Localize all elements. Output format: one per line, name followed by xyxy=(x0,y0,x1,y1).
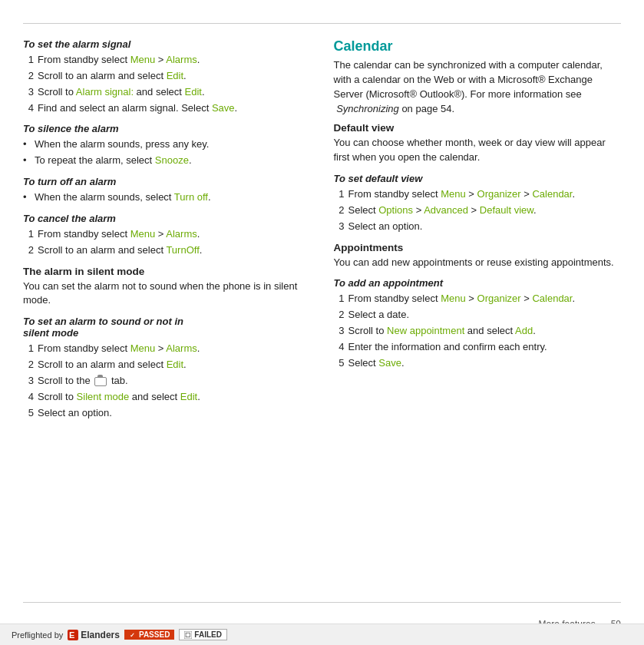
list-item: 2Scroll to an alarm and select Edit. xyxy=(23,69,311,84)
list-item: 4Scroll to Silent mode and select Edit. xyxy=(23,390,311,405)
section-title-silence: To silence the alarm xyxy=(23,123,311,134)
section-add-appointment: To add an appointment 1From standby sele… xyxy=(334,277,622,370)
svg-text:☐: ☐ xyxy=(185,632,190,639)
section-title-cancel: To cancel the alarm xyxy=(23,213,311,224)
section-silence-alarm: To silence the alarm •When the alarm sou… xyxy=(23,123,311,168)
bottom-border xyxy=(23,602,621,603)
list-item: 1From standby select Menu > Organizer > … xyxy=(334,292,622,306)
list-item: •When the alarm sounds, press any key. xyxy=(23,137,311,152)
list-silence: •When the alarm sounds, press any key. •… xyxy=(23,137,311,168)
list-add-appointment: 1From standby select Menu > Organizer > … xyxy=(334,292,622,370)
list-item: 1From standby select Menu > Alarms. xyxy=(23,227,311,242)
default-view-para: You can choose whether month, week or da… xyxy=(334,136,622,165)
svg-text:✓: ✓ xyxy=(130,632,135,639)
list-item: 3Scroll to Alarm signal: and select Edit… xyxy=(23,85,311,100)
list-set-alarm: 1From standby select Menu > Alarms. 2Scr… xyxy=(23,53,311,115)
section-title-set-alarm: To set the alarm signal xyxy=(23,38,311,50)
section-silent-mode-heading: The alarm in silent mode You can set the… xyxy=(23,266,311,309)
list-item: 2Select Options > Advanced > Default vie… xyxy=(334,203,622,218)
list-set-silent: 1From standby select Menu > Alarms. 2Scr… xyxy=(23,342,311,420)
list-item: 4Enter the information and confirm each … xyxy=(334,340,622,355)
svg-text:E: E xyxy=(69,630,74,640)
section-title-set-silent: To set an alarm to sound or not insilent… xyxy=(23,316,311,339)
list-item: 1From standby select Menu > Alarms. xyxy=(23,342,311,356)
content-area: To set the alarm signal 1From standby se… xyxy=(23,31,621,599)
failed-icon: ☐ xyxy=(184,631,192,639)
section-title-turn-off: To turn off an alarm xyxy=(23,176,311,187)
section-title-appointments: Appointments xyxy=(334,242,622,253)
list-item: 3Select an option. xyxy=(334,220,622,234)
section-turn-off: To turn off an alarm •When the alarm sou… xyxy=(23,176,311,205)
list-item: 5Select an option. xyxy=(23,406,311,421)
elanders-brand: Elanders xyxy=(81,630,120,640)
section-title-add-appt: To add an appointment xyxy=(334,277,622,289)
passed-badge: ✓ PASSED xyxy=(124,630,174,640)
list-item: 4Find and select an alarm signal. Select… xyxy=(23,101,311,116)
preflighted-label: Preflighted by xyxy=(12,630,63,640)
list-item: 3Scroll to the tab. xyxy=(23,374,311,389)
list-item: 2Scroll to an alarm and select Edit. xyxy=(23,358,311,372)
section-set-alarm-signal: To set the alarm signal 1From standby se… xyxy=(23,38,311,115)
elanders-logo-icon: E Elanders xyxy=(68,630,120,640)
list-item: 3Scroll to New appointment and select Ad… xyxy=(334,324,622,339)
tab-icon xyxy=(94,377,107,386)
list-item: 1From standby select Menu > Alarms. xyxy=(23,53,311,68)
section-cancel-alarm: To cancel the alarm 1From standby select… xyxy=(23,213,311,258)
calendar-intro: The calendar can be synchronized with a … xyxy=(334,58,622,116)
list-item: 2Scroll to an alarm and select TurnOff. xyxy=(23,243,311,258)
section-title-set-default: To set default view xyxy=(334,173,622,184)
silent-mode-para: You can set the alarm not to sound when … xyxy=(23,280,311,309)
right-column: Calendar The calendar can be synchronize… xyxy=(334,31,622,599)
section-set-default-view: To set default view 1From standby select… xyxy=(334,173,622,234)
list-item: 1From standby select Menu > Organizer > … xyxy=(334,187,622,202)
section-appointments: Appointments You can add new appointment… xyxy=(334,242,622,270)
passed-icon: ✓ xyxy=(129,631,137,639)
list-set-default-view: 1From standby select Menu > Organizer > … xyxy=(334,187,622,234)
preflighted-bar: Preflighted by E Elanders ✓ PASSED ☐ FAI… xyxy=(0,624,644,645)
section-set-silent: To set an alarm to sound or not insilent… xyxy=(23,316,311,420)
page: To set the alarm signal 1From standby se… xyxy=(0,0,644,645)
section-default-view: Default view You can choose whether mont… xyxy=(334,122,622,165)
list-cancel: 1From standby select Menu > Alarms. 2Scr… xyxy=(23,227,311,258)
list-item: •To repeat the alarm, select Snooze. xyxy=(23,154,311,168)
list-item: •When the alarm sounds, select Turn off. xyxy=(23,190,311,205)
elanders-e-icon: E xyxy=(68,630,78,640)
top-border xyxy=(23,23,621,24)
appointments-para: You can add new appointments or reuse ex… xyxy=(334,256,622,270)
list-item: 5Select Save. xyxy=(334,356,622,371)
failed-badge: ☐ FAILED xyxy=(179,629,227,640)
section-title-silent-mode: The alarm in silent mode xyxy=(23,266,311,277)
section-title-default-view: Default view xyxy=(334,122,622,134)
left-column: To set the alarm signal 1From standby se… xyxy=(23,31,311,599)
list-turn-off: •When the alarm sounds, select Turn off. xyxy=(23,190,311,205)
calendar-heading: Calendar xyxy=(334,38,622,55)
list-item: 2Select a date. xyxy=(334,308,622,322)
